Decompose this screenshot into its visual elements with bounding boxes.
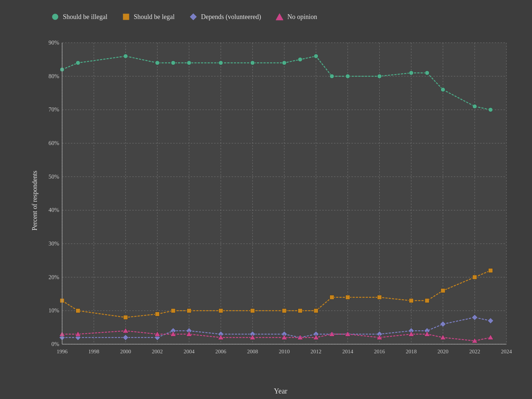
legend-label-illegal: Should be illegal bbox=[63, 13, 107, 21]
chart-inner: 0%10%20%30%40%50%60%70%80%90%19961998200… bbox=[40, 24, 521, 377]
svg-point-56 bbox=[76, 61, 80, 65]
svg-point-67 bbox=[346, 74, 350, 79]
svg-rect-1 bbox=[123, 14, 129, 20]
svg-point-58 bbox=[155, 61, 160, 65]
legend-item-depends: Depends (volunteered) bbox=[189, 13, 261, 21]
svg-text:50%: 50% bbox=[49, 174, 59, 180]
svg-point-68 bbox=[377, 74, 382, 79]
svg-point-69 bbox=[409, 71, 413, 75]
svg-rect-91 bbox=[472, 275, 477, 280]
svg-point-0 bbox=[52, 14, 58, 20]
svg-point-64 bbox=[298, 57, 302, 62]
svg-text:2014: 2014 bbox=[342, 349, 354, 354]
svg-rect-87 bbox=[377, 295, 382, 300]
svg-point-66 bbox=[330, 74, 334, 79]
svg-rect-79 bbox=[187, 308, 191, 313]
svg-point-70 bbox=[425, 71, 429, 75]
svg-rect-84 bbox=[314, 308, 318, 313]
legend-item-no-opinion: No opinion bbox=[276, 13, 317, 21]
legend-item-legal: Should be legal bbox=[122, 13, 175, 21]
legend-item-illegal: Should be illegal bbox=[51, 13, 107, 21]
svg-point-60 bbox=[187, 61, 191, 65]
svg-point-61 bbox=[218, 61, 223, 65]
svg-text:1998: 1998 bbox=[88, 349, 99, 354]
svg-text:2000: 2000 bbox=[120, 349, 131, 354]
svg-rect-82 bbox=[282, 308, 286, 313]
svg-text:0%: 0% bbox=[52, 341, 59, 347]
svg-text:2006: 2006 bbox=[215, 349, 227, 354]
chart-area: Percent of respondents 0%10%20%30%40%50%… bbox=[29, 24, 521, 377]
svg-rect-81 bbox=[250, 308, 255, 313]
svg-point-63 bbox=[282, 61, 286, 65]
svg-point-65 bbox=[314, 54, 318, 58]
svg-marker-2 bbox=[190, 14, 197, 20]
svg-text:2016: 2016 bbox=[374, 349, 385, 354]
svg-text:2022: 2022 bbox=[469, 349, 480, 354]
svg-text:80%: 80% bbox=[49, 73, 59, 79]
legend-icon-no-opinion bbox=[276, 13, 284, 21]
svg-text:10%: 10% bbox=[49, 307, 59, 314]
svg-text:2012: 2012 bbox=[311, 349, 322, 354]
svg-text:2008: 2008 bbox=[247, 349, 258, 354]
svg-text:90%: 90% bbox=[49, 39, 59, 46]
chart-svg: 0%10%20%30%40%50%60%70%80%90%19961998200… bbox=[40, 24, 521, 377]
svg-rect-85 bbox=[330, 295, 334, 300]
svg-text:2004: 2004 bbox=[183, 349, 195, 354]
svg-point-73 bbox=[489, 107, 493, 112]
legend-label-legal: Should be legal bbox=[134, 13, 175, 21]
svg-point-71 bbox=[441, 87, 445, 92]
svg-rect-75 bbox=[76, 308, 80, 313]
svg-rect-83 bbox=[298, 308, 302, 313]
svg-rect-89 bbox=[425, 299, 429, 303]
legend-icon-depends bbox=[189, 13, 197, 21]
svg-text:20%: 20% bbox=[49, 274, 59, 280]
legend-label-no-opinion: No opinion bbox=[287, 13, 317, 21]
chart-legend: Should be illegal Should be legal Depend… bbox=[29, 7, 521, 24]
svg-text:2010: 2010 bbox=[279, 349, 290, 354]
svg-text:2002: 2002 bbox=[152, 349, 163, 354]
svg-rect-86 bbox=[346, 295, 350, 300]
svg-rect-90 bbox=[441, 288, 445, 293]
svg-marker-3 bbox=[276, 14, 283, 20]
svg-text:2024: 2024 bbox=[501, 349, 512, 354]
svg-text:60%: 60% bbox=[49, 140, 59, 146]
svg-rect-77 bbox=[155, 312, 160, 316]
svg-point-62 bbox=[250, 61, 255, 65]
svg-point-59 bbox=[171, 61, 175, 65]
legend-icon-legal bbox=[122, 13, 130, 21]
svg-rect-92 bbox=[489, 268, 493, 273]
svg-point-72 bbox=[472, 104, 477, 109]
svg-text:2018: 2018 bbox=[406, 349, 417, 354]
svg-text:2020: 2020 bbox=[437, 349, 448, 354]
svg-text:30%: 30% bbox=[49, 240, 59, 247]
y-axis-label: Percent of respondents bbox=[29, 24, 40, 377]
svg-point-57 bbox=[123, 54, 128, 58]
x-axis-label: Year bbox=[40, 385, 521, 395]
svg-rect-88 bbox=[409, 299, 413, 303]
svg-text:1996: 1996 bbox=[57, 349, 68, 354]
legend-icon-illegal bbox=[51, 13, 59, 21]
svg-text:40%: 40% bbox=[49, 207, 59, 213]
legend-label-depends: Depends (volunteered) bbox=[201, 13, 261, 21]
svg-rect-80 bbox=[218, 308, 223, 313]
svg-rect-76 bbox=[123, 315, 128, 320]
chart-container: Should be illegal Should be legal Depend… bbox=[0, 0, 532, 399]
svg-text:70%: 70% bbox=[49, 106, 59, 113]
svg-rect-78 bbox=[171, 308, 175, 313]
